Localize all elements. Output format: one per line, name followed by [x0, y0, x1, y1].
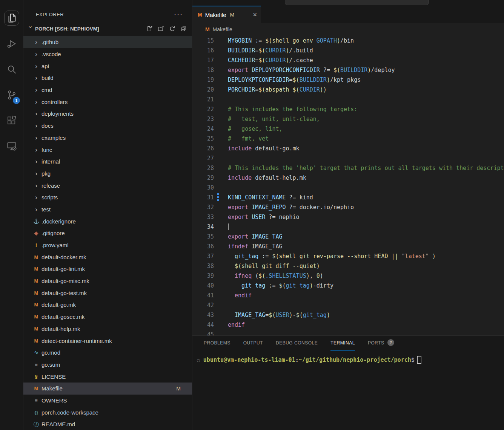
- code-text: export USER ?= nephio: [228, 212, 504, 222]
- makefile-icon: M: [33, 255, 39, 260]
- tree-item-detect-container-runtime.mk[interactable]: Mdetect-container-runtime.mk: [23, 335, 192, 347]
- tree-item-default-gosec.mk[interactable]: Mdefault-gosec.mk: [23, 311, 192, 323]
- panel-tab-terminal[interactable]: TERMINAL: [330, 340, 355, 351]
- code-line-41: 41 endif: [192, 291, 504, 300]
- code-text: BUILDDIR=$(CURDIR)/.build: [228, 46, 504, 55]
- tree-item-default-go-lint.mk[interactable]: Mdefault-go-lint.mk: [23, 263, 192, 275]
- new-folder-icon[interactable]: [158, 26, 164, 32]
- prompt-colon: :: [295, 357, 299, 363]
- code-text: IMAGE_TAG=$(USER)-$(git_tag): [228, 310, 504, 320]
- tree-item-internal[interactable]: ›internal: [23, 156, 192, 168]
- tree-item-cmd[interactable]: ›cmd: [23, 84, 192, 96]
- tree-item-test[interactable]: ›test: [23, 204, 192, 216]
- chevron-right-icon: ›: [33, 147, 39, 153]
- code-editor[interactable]: 15MYGOBIN := $(shell go env GOPATH)/bin1…: [192, 36, 504, 335]
- item-label: controllers: [41, 99, 68, 105]
- tree-item-scripts[interactable]: ›scripts: [23, 191, 192, 204]
- explorer-sidebar: EXPLORER ··· › PORCH [SSH: NEPHIOVM] ›.g…: [23, 0, 192, 430]
- item-label: OWNERS: [41, 397, 67, 404]
- explorer-icon: [6, 12, 17, 24]
- tree-item-default-go.mk[interactable]: Mdefault-go.mk: [23, 299, 192, 311]
- tree-item-docs[interactable]: ›docs: [23, 120, 192, 132]
- gutter: [214, 291, 228, 300]
- chevron-right-icon: ›: [33, 99, 39, 105]
- tree-item-.github[interactable]: ›.github: [23, 36, 192, 48]
- code-text: # This includes the following targets:: [228, 104, 504, 114]
- activity-source-control[interactable]: 1: [0, 82, 23, 108]
- activity-search[interactable]: [0, 57, 23, 82]
- tab-bar: M Makefile M ×: [192, 6, 504, 23]
- tree-item-pkg[interactable]: ›pkg: [23, 168, 192, 180]
- section-header-porch[interactable]: › PORCH [SSH: NEPHIOVM]: [23, 21, 192, 36]
- refresh-icon[interactable]: [169, 26, 175, 32]
- item-label: .github: [41, 39, 58, 45]
- tree-item-LICENSE[interactable]: §LICENSE: [23, 370, 192, 383]
- line-number: 36: [192, 242, 214, 251]
- code-text: CACHEDIR=$(CURDIR)/.cache: [228, 55, 504, 65]
- tree-item-build[interactable]: ›build: [23, 72, 192, 84]
- tree-item-README.md[interactable]: iREADME.md: [23, 418, 192, 430]
- tree-item-.vscode[interactable]: ›.vscode: [23, 48, 192, 60]
- makefile-icon: M: [33, 291, 39, 295]
- line-number: 15: [192, 36, 214, 46]
- command-center[interactable]: [285, 0, 429, 5]
- activity-run-and-debug[interactable]: [0, 31, 23, 57]
- tree-item-go.sum[interactable]: ≡go.sum: [23, 359, 192, 371]
- code-text: # fmt, vet: [228, 134, 504, 144]
- tree-item-func[interactable]: ›func: [23, 144, 192, 156]
- panel-tab-problems[interactable]: PROBLEMS: [204, 340, 230, 351]
- tree-item-release[interactable]: ›release: [23, 179, 192, 191]
- gutter: [214, 95, 228, 104]
- panel-tab-output[interactable]: OUTPUT: [243, 340, 263, 351]
- terminal[interactable]: ○ ubuntu@vm-nephio-ts-liam-01:~/git/gith…: [192, 351, 504, 364]
- item-label: default-go.mk: [41, 301, 76, 308]
- extensions-icon: [6, 115, 17, 126]
- tree-item-api[interactable]: ›api: [23, 60, 192, 72]
- list-icon: ≡: [33, 398, 39, 403]
- activity-explorer[interactable]: [0, 5, 23, 31]
- gutter: [214, 65, 228, 75]
- new-file-icon[interactable]: [146, 26, 153, 32]
- command-decoration-icon[interactable]: ○: [197, 357, 200, 363]
- item-label: cmd: [41, 87, 52, 93]
- gutter: [214, 193, 228, 202]
- tree-item-default-help.mk[interactable]: Mdefault-help.mk: [23, 323, 192, 335]
- tree-item-OWNERS[interactable]: ≡OWNERS: [23, 395, 192, 407]
- tree-item-deployments[interactable]: ›deployments: [23, 108, 192, 120]
- close-icon[interactable]: ×: [253, 11, 257, 18]
- tree-item-examples[interactable]: ›examples: [23, 132, 192, 144]
- tab-makefile[interactable]: M Makefile M ×: [192, 6, 261, 23]
- panel-tab-ports[interactable]: PORTS2: [368, 340, 394, 351]
- line-number: 21: [192, 95, 214, 104]
- more-actions-icon[interactable]: ···: [174, 12, 183, 16]
- gutter: [214, 232, 228, 242]
- ports-badge: 2: [387, 339, 394, 346]
- tree-item-controllers[interactable]: ›controllers: [23, 96, 192, 108]
- tree-item-porch.code-workspace[interactable]: {}porch.code-workspace: [23, 406, 192, 418]
- tree-item-Makefile[interactable]: MMakefileM: [23, 383, 192, 395]
- tree-item-.prow.yaml[interactable]: !.prow.yaml: [23, 239, 192, 251]
- panel-tabs: PROBLEMSOUTPUTDEBUG CONSOLETERMINALPORTS…: [192, 336, 504, 351]
- breadcrumb[interactable]: M Makefile: [192, 23, 504, 36]
- tree-item-.dockerignore[interactable]: ⚓.dockerignore: [23, 215, 192, 227]
- line-number: 35: [192, 232, 214, 242]
- code-line-21: 21: [192, 95, 504, 104]
- line-number: 28: [192, 163, 214, 173]
- tree-item-default-docker.mk[interactable]: Mdefault-docker.mk: [23, 251, 192, 263]
- collapse-all-icon[interactable]: [180, 26, 187, 32]
- panel-tab-debug-console[interactable]: DEBUG CONSOLE: [276, 340, 318, 351]
- code-line-29: 29include default-help.mk: [192, 173, 504, 183]
- item-label: default-gosec.mk: [41, 314, 85, 320]
- code-text: git_tag := $(shell git rev-parse --short…: [228, 251, 504, 261]
- line-number: 39: [192, 271, 214, 281]
- activity-remote-explorer[interactable]: [0, 133, 23, 159]
- gutter: [214, 212, 228, 222]
- tree-item-default-go-misc.mk[interactable]: Mdefault-go-misc.mk: [23, 275, 192, 287]
- tree-item-default-go-test.mk[interactable]: Mdefault-go-test.mk: [23, 287, 192, 299]
- code-text: $(shell git diff --quiet): [228, 261, 504, 271]
- tree-item-go.mod[interactable]: ∿go.mod: [23, 347, 192, 359]
- activity-extensions[interactable]: [0, 108, 23, 133]
- line-number: 18: [192, 65, 214, 75]
- tree-item-.gitignore[interactable]: ◈.gitignore: [23, 227, 192, 239]
- code-text: ifndef IMAGE_TAG: [228, 242, 504, 251]
